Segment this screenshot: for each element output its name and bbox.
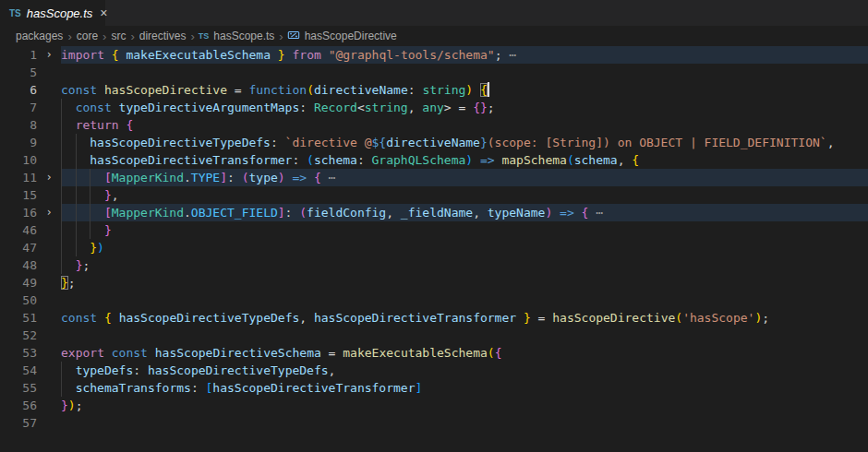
- code-line-text: }): [61, 239, 868, 256]
- code-line: 49};: [0, 274, 868, 291]
- line-number: 48: [0, 256, 37, 274]
- indent-guide: [90, 169, 104, 186]
- code-token: const: [61, 83, 104, 97]
- code-token: ;: [762, 311, 769, 325]
- breadcrumb-item-symbol[interactable]: hasScopeDirective: [304, 30, 398, 42]
- chevron-right-icon: ›: [190, 30, 194, 43]
- fold-chevron-icon[interactable]: ›: [37, 204, 61, 221]
- fold-gutter: [37, 81, 61, 99]
- code-line-text: import { makeExecutableSchema } from "@g…: [61, 46, 868, 64]
- code-token: {: [126, 118, 133, 132]
- fold-gutter: [37, 99, 61, 116]
- chevron-right-icon: ›: [102, 30, 106, 43]
- code-token: hasScopeDirective: [104, 83, 227, 97]
- chevron-right-icon: ›: [279, 30, 283, 43]
- code-token: schema: [574, 153, 618, 167]
- code-token: OBJECT_FIELD: [191, 206, 278, 220]
- breadcrumb-item-packages[interactable]: packages: [15, 30, 64, 42]
- code-token: (scope: [String]) on OBJECT | FIELD_DEFI…: [488, 136, 827, 149]
- fold-gutter: [37, 134, 61, 151]
- code-token: ]: [278, 206, 285, 220]
- code-token: =: [227, 83, 248, 97]
- line-number: 52: [0, 327, 37, 344]
- code-token: ): [278, 171, 285, 184]
- line-number: 55: [0, 379, 37, 397]
- code-token: MapperKind: [112, 171, 184, 184]
- indent-guide: [61, 362, 76, 379]
- code-token: schemaTransforms: [76, 381, 191, 395]
- fold-gutter: [37, 239, 61, 256]
- code-token: function: [249, 83, 307, 97]
- code-token: typeDirectiveArgumentMaps: [119, 101, 300, 114]
- indent-guide: [61, 134, 76, 151]
- fold-gutter: [37, 221, 61, 239]
- code-token: typeDefs: [76, 363, 134, 377]
- code-area: 1›import { makeExecutableSchema } from "…: [0, 46, 868, 432]
- code-token: mapSchema: [501, 153, 566, 167]
- code-token: :: [292, 153, 307, 167]
- tab-bar: TS hasScope.ts ×: [0, 0, 868, 26]
- code-token: {: [112, 48, 127, 62]
- line-number: 9: [0, 134, 37, 151]
- code-token: ⋯: [321, 171, 336, 184]
- indent-guide: [61, 169, 76, 186]
- code-token: hasScopeDirectiveTypeDefs: [148, 363, 329, 377]
- code-token: ]: [416, 381, 423, 395]
- fold-gutter: [37, 151, 61, 169]
- code-line: 57: [0, 414, 868, 432]
- code-token: =: [321, 346, 343, 360]
- fold-chevron-icon[interactable]: ›: [37, 169, 61, 186]
- code-token: .: [184, 171, 191, 184]
- indent-guide: [76, 221, 90, 239]
- code-token: ,: [329, 363, 336, 377]
- code-token: ]: [220, 171, 227, 184]
- symbol-variable-icon: [287, 29, 300, 44]
- code-line: 54typeDefs: hasScopeDirectiveTypeDefs,: [0, 362, 868, 379]
- indent-guide: [76, 239, 90, 256]
- code-token: }: [90, 241, 97, 255]
- breadcrumb-item-core[interactable]: core: [76, 30, 99, 42]
- line-number: 56: [0, 397, 37, 414]
- code-token: {}: [473, 101, 488, 114]
- indent-guide: [90, 204, 104, 221]
- code-token: }: [61, 276, 68, 290]
- code-token: hasScopeDirectiveTypeDefs: [90, 136, 271, 149]
- line-number: 10: [0, 151, 37, 169]
- code-token: =>: [473, 153, 501, 167]
- code-line-text: hasScopeDirectiveTransformer: (schema: G…: [61, 151, 868, 169]
- indent-guide: [61, 221, 76, 239]
- close-icon[interactable]: ×: [100, 6, 107, 19]
- code-line-text: };: [61, 274, 868, 291]
- editor[interactable]: 1›import { makeExecutableSchema } from "…: [0, 46, 868, 432]
- indent-guide: [76, 186, 90, 204]
- code-token: export: [61, 346, 112, 360]
- typescript-icon: TS: [9, 8, 21, 18]
- code-token: :: [285, 206, 300, 220]
- breadcrumb-item-src[interactable]: src: [110, 30, 127, 42]
- code-line-text: const { hasScopeDirectiveTypeDefs, hasSc…: [61, 309, 868, 327]
- code-line: 51const { hasScopeDirectiveTypeDefs, has…: [0, 309, 868, 327]
- code-line: 48};: [0, 256, 868, 274]
- code-token: =>: [552, 206, 581, 220]
- code-token: (: [307, 83, 314, 97]
- fold-gutter: [37, 379, 61, 397]
- code-line: 1›import { makeExecutableSchema } from "…: [0, 46, 868, 64]
- tab-hasscope-ts[interactable]: TS hasScope.ts ×: [0, 0, 105, 26]
- code-token: (: [299, 206, 307, 220]
- code-token: [473, 83, 480, 97]
- code-line: 53export const hasScopeDirectiveSchema =…: [0, 344, 868, 362]
- line-number: 7: [0, 99, 37, 116]
- code-token: :: [271, 136, 285, 149]
- code-token: _fieldName: [401, 206, 473, 220]
- line-number: 6: [0, 81, 37, 99]
- code-token: {: [480, 83, 488, 97]
- code-line-text: return {: [61, 116, 868, 134]
- breadcrumb-item-directives[interactable]: directives: [139, 30, 187, 42]
- code-token: const: [76, 101, 119, 114]
- fold-chevron-icon[interactable]: ›: [37, 46, 61, 64]
- line-number: 5: [0, 64, 37, 81]
- code-line-text: [MapperKind.OBJECT_FIELD]: (fieldConfig,…: [61, 204, 868, 221]
- code-token: typeName: [488, 206, 546, 220]
- code-line-text: [61, 291, 868, 309]
- breadcrumb-item-file[interactable]: hasScope.ts: [212, 30, 275, 42]
